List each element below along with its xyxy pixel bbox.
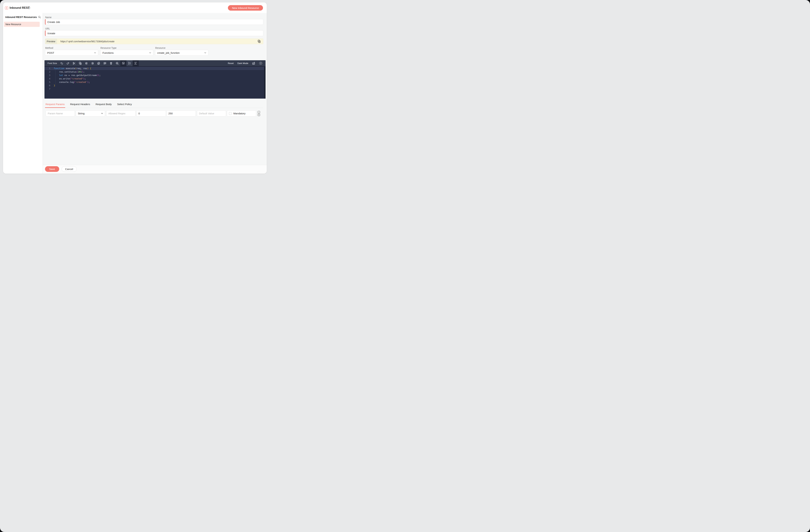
method-value: POST (47, 51, 54, 54)
help-icon[interactable]: ? (259, 62, 262, 65)
header: Inbound REST i New Inbound Resource (3, 2, 267, 13)
tab-select-policy[interactable]: Select Policy (117, 101, 132, 108)
chevron-down-icon (94, 52, 96, 53)
tab-request-headers[interactable]: Request Headers (70, 101, 91, 108)
param-type-value: String (78, 112, 84, 115)
resource-type-value: Functions (102, 51, 114, 54)
indent-left-icon[interactable] (90, 60, 96, 66)
code-line: 4 os.write("created"); (45, 77, 265, 80)
code-line: 5 console.log('created'); (45, 80, 265, 84)
resource-select[interactable]: create_job_function (155, 50, 208, 55)
word-wrap-icon[interactable] (120, 60, 127, 66)
code-line: 1function execute(req, res) { (45, 67, 265, 70)
reset-button[interactable]: Reset (228, 62, 233, 65)
delete-icon[interactable] (108, 60, 114, 66)
resource-type-select[interactable]: Functions (100, 50, 153, 55)
url-label: URL (45, 27, 50, 30)
allowed-regex-input[interactable] (106, 110, 135, 116)
remove-row-button[interactable]: − (258, 111, 260, 113)
resource-value: create_job_function (157, 51, 180, 54)
line-number: 2 (45, 70, 50, 74)
duplicate-icon[interactable] (96, 60, 102, 66)
line-number: 5 (45, 80, 50, 84)
comment-icon[interactable] (102, 60, 108, 66)
editor-scrollbar[interactable] (264, 67, 265, 99)
line-cursor-icon[interactable] (127, 60, 133, 66)
max-length-input[interactable] (166, 110, 196, 116)
sidebar-item-new-resource[interactable]: New Resource (4, 22, 40, 27)
copy-icon[interactable] (77, 60, 83, 66)
new-inbound-resource-button[interactable]: New Inbound Resource (228, 5, 263, 11)
code-line: 2 res.setStatus(201); (45, 70, 265, 74)
copy-url-button[interactable] (258, 39, 262, 44)
search-icon[interactable] (38, 16, 41, 18)
sidebar-title: Inbound REST Resources (5, 16, 37, 18)
code-editor: Font Size Reset Dark Mode ? (45, 60, 265, 99)
info-icon[interactable]: i (28, 6, 30, 9)
code-line: 7 (45, 87, 265, 91)
name-label: Name (45, 16, 51, 19)
back-button[interactable] (5, 6, 8, 10)
dark-mode-toggle[interactable]: Dark Mode (237, 62, 248, 65)
app-window: Inbound REST i New Inbound Resource Inbo… (3, 2, 267, 174)
tab-request-params[interactable]: Request Params (45, 101, 65, 108)
mandatory-label: Mandatory (233, 112, 245, 115)
name-input[interactable] (45, 19, 263, 25)
line-number: 3 (45, 74, 50, 77)
url-input[interactable] (45, 30, 263, 36)
method-select[interactable]: POST (45, 50, 98, 55)
cut-icon[interactable] (71, 60, 77, 66)
code-line: 3 let os = res.getOutputStream(); (45, 74, 265, 77)
tab-bar: Request Params Request Headers Request B… (45, 101, 263, 108)
page-title: Inbound REST (10, 6, 30, 10)
default-value-input[interactable] (197, 110, 226, 116)
param-name-input[interactable] (46, 110, 75, 116)
undo-icon[interactable] (59, 60, 65, 66)
chevron-down-icon (149, 52, 151, 53)
resource-type-label: Resource Type (100, 47, 116, 49)
chevron-down-icon (101, 113, 103, 114)
indent-right-icon[interactable] (83, 60, 90, 66)
chevron-left-icon (6, 7, 7, 9)
resource-label: Resource (155, 47, 165, 49)
preview-label: Preview (45, 39, 57, 44)
param-type-select[interactable]: String (76, 110, 105, 116)
invisible-chars-icon[interactable] (133, 60, 139, 66)
main-content: Name URL Preview https:// qntrl.com/webs… (43, 13, 267, 174)
code-area[interactable]: 1function execute(req, res) {2 res.setSt… (45, 66, 265, 99)
footer: Save Cancel (43, 165, 267, 174)
preview-bar: Preview https:// qntrl.com/webservice/98… (45, 38, 263, 44)
method-label: Method (45, 47, 53, 49)
line-number: 6 (45, 84, 50, 87)
keyboard-icon[interactable] (252, 62, 256, 65)
search-code-icon[interactable] (114, 60, 120, 66)
tab-request-body[interactable]: Request Body (95, 101, 112, 108)
code-line: 6} (45, 84, 265, 87)
preview-url: https:// qntrl.com/webservice/98173384/j… (60, 40, 258, 43)
add-row-button[interactable]: + (258, 114, 260, 116)
line-number: 4 (45, 77, 50, 80)
copy-icon (258, 40, 262, 43)
save-button[interactable]: Save (45, 166, 59, 172)
indent-guide (55, 70, 55, 86)
screen: Inbound REST i New Inbound Resource Inbo… (0, 0, 270, 177)
mandatory-field: Mandatory (227, 110, 256, 116)
min-length-input[interactable] (136, 110, 166, 116)
mandatory-checkbox[interactable] (229, 112, 232, 115)
sidebar: Inbound REST Resources New Resource (3, 13, 43, 174)
cancel-button[interactable]: Cancel (62, 166, 77, 172)
chevron-down-icon (204, 52, 206, 53)
editor-toolbar: Font Size Reset Dark Mode ? (45, 60, 265, 66)
redo-icon[interactable] (65, 60, 71, 66)
line-number: 1 (45, 67, 50, 70)
line-number: 7 (45, 87, 50, 91)
font-size-control[interactable]: Font Size (45, 60, 59, 66)
